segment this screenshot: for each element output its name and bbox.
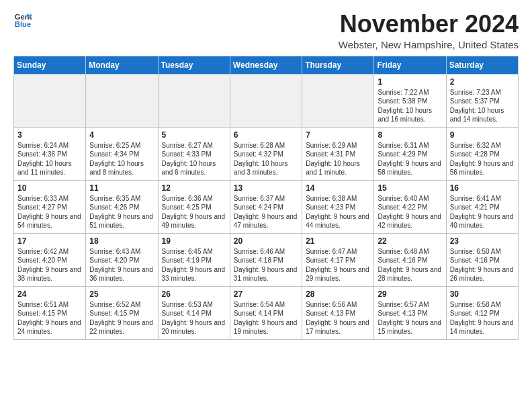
calendar-cell: 27Sunrise: 6:54 AM Sunset: 4:14 PM Dayli…: [230, 286, 302, 339]
calendar-week-1: 1Sunrise: 7:22 AM Sunset: 5:38 PM Daylig…: [14, 74, 519, 127]
logo: General Blue: [13, 11, 32, 30]
day-number: 20: [234, 236, 298, 246]
cell-info: Sunrise: 6:36 AM Sunset: 4:25 PM Dayligh…: [162, 194, 226, 230]
calendar-cell: 28Sunrise: 6:56 AM Sunset: 4:13 PM Dayli…: [302, 286, 374, 339]
calendar-cell: 30Sunrise: 6:58 AM Sunset: 4:12 PM Dayli…: [446, 286, 518, 339]
cell-info: Sunrise: 6:32 AM Sunset: 4:28 PM Dayligh…: [450, 141, 515, 177]
cell-info: Sunrise: 6:27 AM Sunset: 4:33 PM Dayligh…: [162, 141, 226, 177]
cell-info: Sunrise: 6:43 AM Sunset: 4:20 PM Dayligh…: [89, 247, 154, 283]
weekday-header-sunday: Sunday: [14, 56, 86, 74]
cell-info: Sunrise: 6:31 AM Sunset: 4:29 PM Dayligh…: [378, 141, 442, 177]
title-section: November 2024 Webster, New Hampshire, Un…: [339, 11, 519, 50]
header: General Blue November 2024 Webster, New …: [13, 11, 519, 50]
day-number: 3: [17, 130, 82, 140]
day-number: 12: [162, 183, 226, 193]
day-number: 29: [378, 289, 442, 299]
day-number: 16: [450, 183, 515, 193]
calendar-cell: 14Sunrise: 6:38 AM Sunset: 4:23 PM Dayli…: [302, 180, 374, 233]
calendar-cell: 17Sunrise: 6:42 AM Sunset: 4:20 PM Dayli…: [14, 233, 86, 286]
day-number: 5: [162, 130, 226, 140]
calendar-cell: 21Sunrise: 6:47 AM Sunset: 4:17 PM Dayli…: [302, 233, 374, 286]
day-number: 10: [17, 183, 82, 193]
cell-info: Sunrise: 6:29 AM Sunset: 4:31 PM Dayligh…: [306, 141, 370, 177]
cell-info: Sunrise: 6:52 AM Sunset: 4:15 PM Dayligh…: [89, 300, 154, 336]
calendar-header: SundayMondayTuesdayWednesdayThursdayFrid…: [14, 56, 519, 74]
calendar-cell: [230, 74, 302, 127]
calendar-week-2: 3Sunrise: 6:24 AM Sunset: 4:36 PM Daylig…: [14, 127, 519, 180]
svg-text:Blue: Blue: [15, 20, 31, 28]
day-number: 2: [450, 77, 515, 87]
calendar-cell: 10Sunrise: 6:33 AM Sunset: 4:27 PM Dayli…: [14, 180, 86, 233]
cell-info: Sunrise: 6:45 AM Sunset: 4:19 PM Dayligh…: [162, 247, 226, 283]
calendar-cell: 6Sunrise: 6:28 AM Sunset: 4:32 PM Daylig…: [230, 127, 302, 180]
cell-info: Sunrise: 6:50 AM Sunset: 4:16 PM Dayligh…: [450, 247, 515, 283]
day-number: 28: [306, 289, 370, 299]
calendar-cell: 25Sunrise: 6:52 AM Sunset: 4:15 PM Dayli…: [86, 286, 158, 339]
day-number: 13: [234, 183, 298, 193]
calendar-cell: 8Sunrise: 6:31 AM Sunset: 4:29 PM Daylig…: [374, 127, 446, 180]
day-number: 30: [450, 289, 515, 299]
cell-info: Sunrise: 6:56 AM Sunset: 4:13 PM Dayligh…: [306, 300, 370, 336]
calendar-cell: 1Sunrise: 7:22 AM Sunset: 5:38 PM Daylig…: [374, 74, 446, 127]
day-number: 4: [89, 130, 154, 140]
calendar-cell: 15Sunrise: 6:40 AM Sunset: 4:22 PM Dayli…: [374, 180, 446, 233]
cell-info: Sunrise: 6:57 AM Sunset: 4:13 PM Dayligh…: [378, 300, 442, 336]
cell-info: Sunrise: 6:54 AM Sunset: 4:14 PM Dayligh…: [234, 300, 298, 336]
day-number: 8: [378, 130, 442, 140]
calendar-cell: 18Sunrise: 6:43 AM Sunset: 4:20 PM Dayli…: [86, 233, 158, 286]
day-number: 17: [17, 236, 82, 246]
cell-info: Sunrise: 7:23 AM Sunset: 5:37 PM Dayligh…: [450, 88, 515, 124]
cell-info: Sunrise: 6:28 AM Sunset: 4:32 PM Dayligh…: [234, 141, 298, 177]
weekday-header-friday: Friday: [374, 56, 446, 74]
calendar-cell: [86, 74, 158, 127]
weekday-header-row: SundayMondayTuesdayWednesdayThursdayFrid…: [14, 56, 519, 74]
day-number: 7: [306, 130, 370, 140]
day-number: 6: [234, 130, 298, 140]
weekday-header-monday: Monday: [86, 56, 158, 74]
day-number: 15: [378, 183, 442, 193]
cell-info: Sunrise: 6:58 AM Sunset: 4:12 PM Dayligh…: [450, 300, 515, 336]
calendar-body: 1Sunrise: 7:22 AM Sunset: 5:38 PM Daylig…: [14, 74, 519, 339]
calendar-table: SundayMondayTuesdayWednesdayThursdayFrid…: [13, 56, 519, 340]
day-number: 9: [450, 130, 515, 140]
calendar-cell: 7Sunrise: 6:29 AM Sunset: 4:31 PM Daylig…: [302, 127, 374, 180]
calendar-cell: 11Sunrise: 6:35 AM Sunset: 4:26 PM Dayli…: [86, 180, 158, 233]
calendar-cell: [14, 74, 86, 127]
day-number: 24: [17, 289, 82, 299]
cell-info: Sunrise: 7:22 AM Sunset: 5:38 PM Dayligh…: [378, 88, 442, 124]
day-number: 19: [162, 236, 226, 246]
calendar-week-5: 24Sunrise: 6:51 AM Sunset: 4:15 PM Dayli…: [14, 286, 519, 339]
day-number: 26: [162, 289, 226, 299]
day-number: 23: [450, 236, 515, 246]
calendar-cell: [302, 74, 374, 127]
day-number: 1: [378, 77, 442, 87]
calendar-cell: 12Sunrise: 6:36 AM Sunset: 4:25 PM Dayli…: [158, 180, 230, 233]
cell-info: Sunrise: 6:35 AM Sunset: 4:26 PM Dayligh…: [89, 194, 154, 230]
day-number: 14: [306, 183, 370, 193]
calendar-cell: 4Sunrise: 6:25 AM Sunset: 4:34 PM Daylig…: [86, 127, 158, 180]
day-number: 11: [89, 183, 154, 193]
calendar-cell: 9Sunrise: 6:32 AM Sunset: 4:28 PM Daylig…: [446, 127, 518, 180]
cell-info: Sunrise: 6:41 AM Sunset: 4:21 PM Dayligh…: [450, 194, 515, 230]
day-number: 22: [378, 236, 442, 246]
weekday-header-thursday: Thursday: [302, 56, 374, 74]
calendar-cell: 2Sunrise: 7:23 AM Sunset: 5:37 PM Daylig…: [446, 74, 518, 127]
calendar-week-3: 10Sunrise: 6:33 AM Sunset: 4:27 PM Dayli…: [14, 180, 519, 233]
cell-info: Sunrise: 6:51 AM Sunset: 4:15 PM Dayligh…: [17, 300, 82, 336]
weekday-header-saturday: Saturday: [446, 56, 518, 74]
calendar-cell: 16Sunrise: 6:41 AM Sunset: 4:21 PM Dayli…: [446, 180, 518, 233]
cell-info: Sunrise: 6:25 AM Sunset: 4:34 PM Dayligh…: [89, 141, 154, 177]
day-number: 21: [306, 236, 370, 246]
cell-info: Sunrise: 6:38 AM Sunset: 4:23 PM Dayligh…: [306, 194, 370, 230]
logo-icon: General Blue: [13, 11, 32, 30]
day-number: 27: [234, 289, 298, 299]
location-title: Webster, New Hampshire, United States: [339, 39, 519, 50]
weekday-header-wednesday: Wednesday: [230, 56, 302, 74]
calendar-cell: 29Sunrise: 6:57 AM Sunset: 4:13 PM Dayli…: [374, 286, 446, 339]
calendar-cell: 23Sunrise: 6:50 AM Sunset: 4:16 PM Dayli…: [446, 233, 518, 286]
calendar-cell: 19Sunrise: 6:45 AM Sunset: 4:19 PM Dayli…: [158, 233, 230, 286]
cell-info: Sunrise: 6:40 AM Sunset: 4:22 PM Dayligh…: [378, 194, 442, 230]
calendar-cell: 22Sunrise: 6:48 AM Sunset: 4:16 PM Dayli…: [374, 233, 446, 286]
month-title: November 2024: [339, 11, 519, 38]
calendar-cell: 5Sunrise: 6:27 AM Sunset: 4:33 PM Daylig…: [158, 127, 230, 180]
